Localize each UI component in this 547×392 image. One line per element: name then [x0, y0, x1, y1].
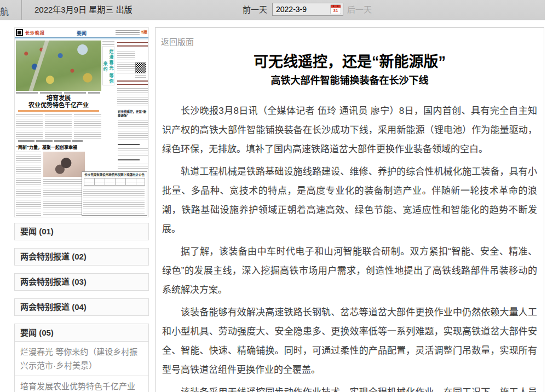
second-article-col1 [16, 152, 41, 216]
thumb-second-headline: “两新”力量，凝聚一起创享幸福 [16, 144, 87, 150]
article-panel: 返回版面 可无线遥控，还是“新能源版” 高铁大部件智能铺换装备在长沙下线 长沙晚… [155, 27, 544, 392]
notice-table [84, 178, 145, 186]
article-paragraph: 据了解，该装备由中车时代电子和山河智能联合研制。双方紧扣“智能、安全、精准、绿色… [162, 242, 537, 299]
sidebar-section-04[interactable]: 两会特别报道 (04) [14, 298, 149, 316]
thumbnail-rule [15, 37, 148, 39]
inset-vertical-headline: 烂漫春光 等你来约 [102, 46, 114, 85]
article-paragraph: 长沙晚报3月8日讯（全媒体记者 伍玲 通讯员 廖宁）8日，国内首创、具有完全自主… [162, 101, 537, 159]
right-column-headline2-lines [117, 80, 148, 86]
article-body: 长沙晚报3月8日讯（全媒体记者 伍玲 通讯员 廖宁）8日，国内首创、具有完全自主… [156, 101, 544, 392]
inset-caption-lines [102, 41, 114, 45]
article-title: 可无线遥控，还是“新能源版” [161, 53, 538, 71]
article-paragraph: 轨道工程机械是铁路基础设施线路建设、维修、养护的综合性机械化施工装备，具有小批量… [162, 162, 537, 239]
road-shape [26, 41, 50, 91]
article-subtitle: 高铁大部件智能铺换装备在长沙下线 [161, 74, 538, 87]
third-article-lines [118, 120, 148, 142]
calendar-icon[interactable]: 31 [330, 4, 341, 14]
photo-caption-lines [16, 92, 100, 94]
small-text-lines2 [118, 164, 148, 169]
thumb-third-headline: 可无线遥控，还是“新能源版” [118, 110, 148, 118]
article-text-col3 [74, 114, 101, 140]
right-column-text-lines [117, 51, 135, 75]
page-thumbnail[interactable]: 长沙晚报 要闻 5版 烂漫春光 等你来约 培育发展 农业优势特色千亿产业 “两新… [14, 27, 149, 217]
thumb-main-headline-line2: 农业优势特色千亿产业 [16, 102, 101, 108]
thumb-subheadline-bar [18, 110, 99, 112]
thumb-main-headline-line1: 培育发展 [16, 95, 101, 101]
thumbnail-meta-lines [116, 30, 140, 35]
article-paragraph: 该装备能够有效解决高速铁路长钢轨、岔芯等道岔大部件更换作业中仍然依赖大量人工和小… [162, 303, 537, 379]
toolbar-divider [21, 0, 22, 20]
previous-day-link[interactable]: 前一天 [243, 0, 267, 20]
article-text-col1 [16, 114, 43, 140]
sidebar-article-link-1[interactable]: 烂漫春光 等你来约（建设乡村振兴示范市·乡村美景） [14, 341, 149, 376]
thumbnail-page-number: 5版 [141, 29, 147, 34]
sidebar-section-02[interactable]: 两会特别报道 (02) [14, 248, 149, 266]
second-article-col2 [43, 179, 85, 216]
back-to-layout-link[interactable]: 返回版面 [161, 36, 194, 47]
article-paragraph: 该装备采用无线遥控同步动作作业技术，实现全程机械化作业，在同工况下，施工人员较行… [162, 383, 537, 392]
article-text-col2 [45, 114, 72, 140]
top-toolbar: 航 2022年3月9日 星期三 出版 前一天 31 后一天 [0, 0, 545, 20]
calendar-icon-day: 31 [331, 8, 341, 14]
small-headline-lines2 [118, 159, 140, 162]
date-picker[interactable]: 31 [272, 3, 343, 16]
aerial-village-photo [16, 41, 101, 91]
small-text-lines1 [118, 148, 148, 157]
date-input[interactable] [273, 3, 330, 15]
second-article-kicker [18, 140, 83, 142]
sidebar-section-01[interactable]: 要闻 (01) [14, 223, 149, 240]
publish-date-label: 2022年3月9日 星期三 出版 [34, 0, 132, 20]
worker-photo [43, 152, 85, 177]
sidebar-section-05[interactable]: 要闻 (05) [14, 324, 149, 342]
right-column-text-lines2 [117, 88, 148, 108]
sidebar-section-03[interactable]: 两会特别报道 (03) [14, 273, 149, 291]
qr-caption-lines [135, 75, 146, 78]
next-day-link[interactable]: 后一天 [347, 0, 372, 20]
small-headline-lines1 [118, 144, 140, 147]
right-column-headline-lines [117, 42, 148, 49]
nav-label-clipped[interactable]: 航 [0, 4, 9, 18]
notice-title: 长沙县国有建设用地使用权网上挂牌出让公告 [83, 173, 146, 177]
land-auction-notice: 长沙县国有建设用地使用权网上挂牌出让公告 [82, 171, 147, 216]
sidebar-article-link-2[interactable]: 培育发展农业优势特色千亿产业 [14, 376, 149, 392]
qr-code [135, 62, 146, 73]
notice-text-lines [83, 187, 145, 215]
